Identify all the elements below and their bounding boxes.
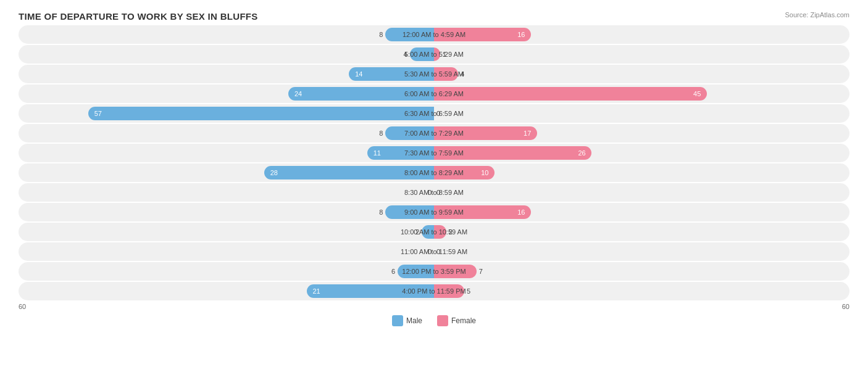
row-label: 9:00 AM to 9:59 AM [404, 208, 464, 216]
row-label: 6:30 AM to 6:59 AM [404, 110, 464, 117]
female-value: 26 [578, 149, 585, 157]
female-value: 0 [436, 110, 440, 117]
chart-title: TIME OF DEPARTURE TO WORK BY SEX IN BLUF… [19, 11, 849, 22]
female-value: 16 [517, 31, 525, 38]
female-value: 7 [479, 268, 483, 275]
female-value: 5 [467, 287, 470, 295]
row-label: 8:30 AM to 8:59 AM [404, 189, 464, 196]
row-label: 4:00 PM to 11:59 PM [402, 287, 465, 295]
row-label: 12:00 AM to 4:59 AM [403, 31, 465, 38]
male-value: 0 [428, 189, 432, 196]
chart-container: TIME OF DEPARTURE TO WORK BY SEX IN BLUF… [0, 0, 868, 367]
male-value: 6 [391, 268, 395, 275]
male-swatch [392, 315, 403, 326]
male-value: 28 [270, 169, 278, 176]
row-label: 6:00 AM to 6:29 AM [404, 90, 464, 97]
female-value: 4 [461, 70, 464, 78]
male-value: 8 [379, 130, 383, 137]
female-value: 17 [524, 130, 531, 137]
chart-row: 8:30 AM to 8:59 AM00 [19, 183, 849, 202]
axis-labels: 60 60 [19, 303, 849, 310]
female-bar [434, 87, 707, 101]
male-value: 24 [294, 90, 302, 97]
male-value: 21 [312, 287, 320, 295]
chart-row: 7:00 AM to 7:29 AM817 [19, 124, 849, 142]
female-value: 0 [436, 189, 440, 196]
female-swatch [437, 315, 448, 326]
legend-male: Male [392, 315, 422, 326]
axis-right: 60 [842, 303, 849, 310]
legend-female: Female [437, 315, 476, 326]
row-label: 7:00 AM to 7:29 AM [404, 130, 464, 137]
chart-row: 10:00 AM to 10:59 AM22 [19, 223, 849, 241]
chart-area: 12:00 AM to 4:59 AM8165:00 AM to 5:29 AM… [19, 25, 849, 300]
row-label: 5:30 AM to 5:59 AM [404, 70, 464, 78]
chart-row: 12:00 PM to 3:59 PM67 [19, 262, 849, 281]
chart-row: 7:30 AM to 7:59 AM1126 [19, 144, 849, 162]
chart-row: 8:00 AM to 8:29 AM2810 [19, 163, 849, 182]
male-value: 8 [379, 31, 383, 38]
female-label: Female [451, 316, 476, 325]
male-value: 57 [94, 110, 102, 117]
chart-row: 5:30 AM to 5:59 AM144 [19, 65, 849, 83]
chart-row: 9:00 AM to 9:59 AM816 [19, 203, 849, 221]
male-value: 8 [379, 208, 383, 216]
male-bar [88, 107, 434, 120]
chart-row: 5:00 AM to 5:29 AM41 [19, 45, 849, 64]
row-label: 10:00 AM to 10:59 AM [401, 228, 467, 236]
female-value: 0 [436, 248, 440, 255]
chart-row: 12:00 AM to 4:59 AM816 [19, 25, 849, 44]
chart-row: 4:00 PM to 11:59 PM215 [19, 282, 849, 300]
male-value: 0 [428, 248, 432, 255]
male-value: 4 [404, 51, 407, 58]
row-label: 12:00 PM to 3:59 PM [402, 268, 465, 275]
chart-row: 11:00 AM to 11:59 AM00 [19, 242, 849, 261]
male-value: 11 [373, 149, 381, 157]
female-value: 16 [517, 208, 525, 216]
row-label: 11:00 AM to 11:59 AM [401, 248, 467, 255]
source-label: Source: ZipAtlas.com [785, 11, 849, 19]
male-label: Male [406, 316, 422, 325]
legend: Male Female [19, 315, 849, 326]
row-label: 5:00 AM to 5:29 AM [404, 51, 464, 58]
male-value: 14 [355, 70, 362, 78]
row-label: 8:00 AM to 8:29 AM [404, 169, 464, 176]
female-value: 10 [481, 169, 488, 176]
chart-row: 6:00 AM to 6:29 AM2445 [19, 85, 849, 103]
male-value: 2 [415, 228, 419, 236]
female-value: 45 [693, 90, 701, 97]
female-value: 2 [449, 228, 453, 236]
row-label: 7:30 AM to 7:59 AM [404, 149, 464, 157]
chart-row: 6:30 AM to 6:59 AM570 [19, 104, 849, 123]
axis-left: 60 [19, 303, 26, 310]
female-value: 1 [443, 51, 446, 58]
